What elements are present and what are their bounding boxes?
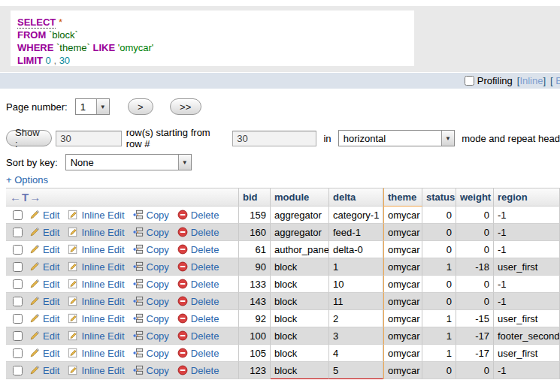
delete-link[interactable]: Delete — [177, 296, 219, 307]
edit-link[interactable]: Edit — [29, 244, 59, 255]
delete-label: Delete — [191, 210, 219, 221]
delete-icon — [177, 313, 188, 324]
copy-link[interactable]: Copy — [133, 296, 169, 307]
row-checkbox[interactable] — [13, 279, 23, 289]
inline-edit-link[interactable]: Inline Edit — [68, 261, 124, 273]
inline-edit-link[interactable]: Inline Edit — [68, 227, 124, 238]
copy-link[interactable]: Copy — [133, 261, 169, 273]
mode-tail-label: mode and repeat head — [462, 133, 560, 144]
show-button[interactable]: Show : — [6, 130, 52, 146]
last-page-button[interactable]: >> — [170, 98, 201, 115]
edit-link[interactable]: Edit — [29, 330, 59, 342]
edit-query-link-partial[interactable]: [ E — [550, 75, 560, 86]
cell-theme: omycar — [383, 345, 422, 362]
edit-link[interactable]: Edit — [29, 296, 59, 307]
row-checkbox[interactable] — [13, 348, 23, 358]
row-checkbox[interactable] — [13, 314, 23, 324]
next-page-label: > — [138, 101, 144, 113]
edit-link[interactable]: Edit — [29, 279, 59, 290]
inline-edit-icon — [68, 348, 78, 358]
column-header-weight[interactable]: weight — [456, 188, 494, 207]
row-actions-cell: Edit Inline Edit Copy Delete — [6, 345, 239, 362]
row-checkbox[interactable] — [13, 262, 23, 272]
column-header-status[interactable]: status — [422, 188, 456, 207]
cell-region: -1 — [494, 224, 560, 241]
inline-edit-link[interactable]: Inline Edit — [68, 296, 124, 307]
num-rows-input[interactable] — [56, 131, 122, 146]
inline-edit-link[interactable]: Inline Edit — [68, 244, 124, 255]
delete-link[interactable]: Delete — [177, 210, 219, 221]
edit-link[interactable]: Edit — [29, 313, 59, 324]
inline-edit-icon — [68, 365, 78, 375]
cell-weight: 0 — [456, 224, 494, 241]
inline-edit-icon — [68, 210, 78, 220]
mode-select[interactable]: horizontal ▼ — [338, 130, 455, 146]
row-checkbox[interactable] — [13, 228, 23, 237]
copy-link[interactable]: Copy — [133, 244, 169, 255]
inline-edit-query-link[interactable]: [[Inline]Inline] — [517, 75, 546, 86]
edit-link[interactable]: Edit — [29, 261, 59, 273]
delete-link[interactable]: Delete — [177, 244, 219, 255]
table-row: Edit Inline Edit Copy Delete 160 aggrega… — [6, 224, 560, 241]
cell-weight: 0 — [456, 207, 494, 224]
inline-edit-label: Inline Edit — [81, 348, 124, 359]
edit-label: Edit — [43, 244, 59, 255]
edit-link[interactable]: Edit — [29, 348, 59, 359]
inline-edit-icon — [68, 244, 78, 255]
page-number-select[interactable]: 1 ▼ — [75, 98, 110, 115]
column-header-theme[interactable]: theme — [383, 188, 422, 207]
column-header-bid[interactable]: bid — [239, 188, 271, 207]
start-row-input[interactable] — [232, 131, 316, 146]
delete-link[interactable]: Delete — [177, 330, 219, 342]
column-header-module[interactable]: module — [271, 188, 329, 207]
cell-region: -1 — [494, 293, 560, 310]
delete-link[interactable]: Delete — [177, 279, 219, 290]
copy-link[interactable]: Copy — [133, 227, 169, 238]
sql-keyword-from: FROM — [17, 29, 46, 41]
row-checkbox[interactable] — [13, 366, 23, 375]
inline-edit-link[interactable]: Inline Edit — [68, 348, 124, 359]
delete-link[interactable]: Delete — [177, 313, 219, 324]
edit-link[interactable]: Edit — [29, 365, 59, 376]
row-checkbox[interactable] — [13, 245, 23, 255]
column-header-delta[interactable]: delta — [329, 188, 383, 207]
next-page-button[interactable]: > — [128, 98, 153, 115]
edit-label: Edit — [43, 261, 59, 273]
row-checkbox[interactable] — [13, 297, 23, 306]
inline-edit-link[interactable]: Inline Edit — [68, 313, 124, 324]
sql-table-name: `block` — [49, 29, 78, 41]
edit-link[interactable]: Edit — [29, 210, 59, 221]
row-checkbox[interactable] — [13, 210, 23, 220]
sql-keyword-where: WHERE — [17, 42, 53, 53]
inline-edit-icon — [68, 330, 78, 341]
cell-theme: omycar — [383, 241, 422, 258]
cell-module: block — [271, 345, 329, 362]
copy-link[interactable]: Copy — [133, 313, 169, 324]
copy-label: Copy — [147, 244, 169, 255]
inline-edit-link[interactable]: Inline Edit — [68, 279, 124, 290]
inline-edit-link[interactable]: Inline Edit — [68, 330, 124, 342]
delete-link[interactable]: Delete — [177, 227, 219, 238]
inline-edit-link[interactable]: Inline Edit — [68, 365, 124, 376]
copy-link[interactable]: Copy — [133, 210, 169, 221]
delete-label: Delete — [191, 330, 219, 342]
delete-link[interactable]: Delete — [177, 348, 219, 359]
delete-link[interactable]: Delete — [177, 261, 219, 273]
column-direction-toggle[interactable]: ←T→ — [6, 188, 239, 207]
edit-label: Edit — [43, 365, 59, 376]
delete-link[interactable]: Delete — [177, 365, 219, 376]
chevron-down-icon: ▼ — [96, 99, 109, 114]
profiling-checkbox[interactable] — [465, 76, 474, 86]
inline-edit-link[interactable]: Inline Edit — [68, 210, 124, 221]
column-header-region[interactable]: region — [494, 188, 560, 207]
cell-bid: 61 — [239, 241, 271, 258]
sort-key-select[interactable]: None ▼ — [65, 154, 192, 170]
copy-link[interactable]: Copy — [133, 365, 169, 376]
options-toggle-link[interactable]: + Options — [6, 174, 48, 185]
page-number-label: Page number: — [6, 101, 68, 113]
copy-link[interactable]: Copy — [133, 279, 169, 290]
copy-link[interactable]: Copy — [133, 348, 169, 359]
edit-link[interactable]: Edit — [29, 227, 59, 238]
copy-link[interactable]: Copy — [133, 330, 169, 342]
row-checkbox[interactable] — [13, 331, 23, 341]
